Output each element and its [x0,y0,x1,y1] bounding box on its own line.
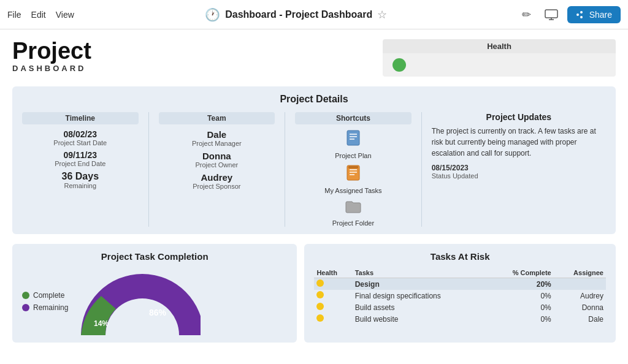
menu-file[interactable]: File [7,10,21,20]
donut-svg: 86% 14% [78,268,201,335]
end-date: 09/11/23 [22,150,139,160]
member-role-1: Project Owner [159,161,275,169]
tasks-risk-panel: Tasks At Risk Health Tasks % Complete As… [304,244,616,343]
complete-dot [22,292,29,299]
yellow-dot-group [316,279,324,287]
days-remaining: 36 Days [22,171,139,182]
nav-actions: ✏ Share [518,6,621,23]
row0-task: Final design specifications [353,290,489,301]
header-section: Project DASHBOARD Health [12,39,616,77]
shortcut-1-label: My Assigned Tasks [324,187,381,194]
row1-dot [314,301,352,313]
col-pct: % Complete [488,268,553,278]
svg-rect-0 [545,10,557,18]
timeline-header: Timeline [22,112,139,124]
row1-task: Build assets [353,301,489,313]
team-header: Team [159,112,275,124]
updates-text: The project is currently on track. A few… [432,126,606,159]
col-assignee: Assignee [554,268,606,278]
legend-remaining: Remaining [22,303,68,312]
svg-text:86%: 86% [149,308,167,317]
shortcut-2-label: Project Folder [332,219,374,227]
project-title: Project [12,39,383,63]
yellow-dot-2 [316,314,324,322]
health-indicator [383,53,616,77]
shortcuts-header: Shortcuts [295,112,412,124]
risk-row-1: Build assets 0% Donna [314,301,606,313]
legend-complete: Complete [22,291,68,300]
shortcut-0-label: Project Plan [335,152,371,159]
legend-remaining-label: Remaining [33,303,68,312]
assigned-tasks-icon [346,164,361,185]
risk-group-row: Design 20% [314,278,606,290]
nav-center: 🕐 Dashboard - Project Dashboard ☆ [84,7,508,22]
project-title-block: Project DASHBOARD [12,39,383,73]
present-icon[interactable] [543,6,560,23]
row2-pct: 0% [488,313,553,325]
nav-menu: File Edit View [7,10,74,20]
remaining-dot [22,304,29,311]
tasks-risk-title: Tasks At Risk [314,251,606,262]
health-block: Health [383,39,616,77]
member-name-0: Dale [159,129,275,140]
shortcut-1[interactable]: My Assigned Tasks [295,164,412,194]
project-subtitle: DASHBOARD [12,64,383,73]
row2-task: Build website [353,313,489,325]
health-label: Health [383,39,616,53]
yellow-dot-1 [316,303,324,310]
timeline-col: Timeline 08/02/23 Project Start Date 09/… [22,112,149,227]
updates-header: Project Updates [432,112,606,122]
member-role-0: Project Manager [159,140,275,147]
risk-row-2: Build website 0% Dale [314,313,606,325]
row1-pct: 0% [488,301,553,313]
member-role-2: Project Sponsor [159,183,275,190]
group-assignee [554,278,606,290]
svg-text:14%: 14% [94,319,109,328]
task-completion-title: Project Task Completion [22,251,287,262]
shortcuts-col: Shortcuts Project Plan My Assigned Tasks [285,112,422,227]
nav-title: Dashboard - Project Dashboard [225,9,372,20]
row1-assignee: Donna [554,301,606,313]
team-member-0: Dale Project Manager [159,129,275,147]
days-remaining-item: 36 Days Remaining [22,171,139,189]
project-details-section: Project Details Timeline 08/02/23 Projec… [12,86,616,234]
updates-col: Project Updates The project is currently… [422,112,606,227]
bottom-panels: Project Task Completion Complete Remaini… [12,244,616,343]
updates-date: 08/15/2023 [432,164,606,172]
end-date-label: Project End Date [22,160,139,167]
group-health-dot [314,278,352,290]
svg-rect-14 [348,166,358,169]
main-content: Project DASHBOARD Health Project Details… [0,29,628,364]
risk-table-header-row: Health Tasks % Complete Assignee [314,268,606,278]
days-label: Remaining [22,182,139,189]
col-health: Health [314,268,352,278]
shortcuts-list: Project Plan My Assigned Tasks Project F… [295,129,412,227]
share-button[interactable]: Share [567,6,621,23]
member-name-1: Donna [159,151,275,161]
team-col: Team Dale Project Manager Donna Project … [149,112,286,227]
edit-icon[interactable]: ✏ [518,6,535,23]
row2-assignee: Dale [554,313,606,325]
menu-edit[interactable]: Edit [31,10,46,20]
shortcut-0[interactable]: Project Plan [295,129,412,159]
legend-complete-label: Complete [33,291,64,300]
svg-point-4 [580,11,583,13]
star-icon[interactable]: ☆ [377,8,387,21]
health-dot [392,58,406,72]
task-completion-panel: Project Task Completion Complete Remaini… [12,244,297,343]
group-name: Design [353,278,489,290]
member-name-2: Audrey [159,172,275,183]
menu-view[interactable]: View [56,10,74,20]
clock-icon: 🕐 [205,7,220,22]
project-details-title: Project Details [22,94,606,105]
shortcut-2[interactable]: Project Folder [295,199,412,227]
start-date-item: 08/02/23 Project Start Date [22,129,139,146]
start-date-label: Project Start Date [22,139,139,146]
chart-legend: Complete Remaining [22,291,68,312]
team-member-2: Audrey Project Sponsor [159,172,275,190]
svg-point-5 [580,16,583,18]
donut-chart: 86% 14% [78,268,201,335]
risk-table: Health Tasks % Complete Assignee Design … [314,268,606,325]
svg-point-3 [576,13,579,16]
group-pct: 20% [488,278,553,290]
